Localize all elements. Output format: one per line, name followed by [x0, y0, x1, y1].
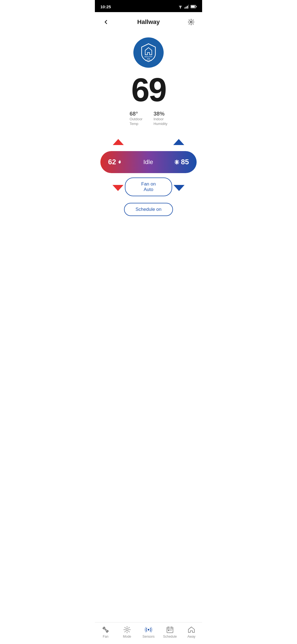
heat-up-arrow-icon	[113, 139, 124, 145]
signal-icon	[185, 5, 189, 9]
heat-setpoint-value: 62	[108, 158, 116, 166]
svg-point-8	[190, 21, 192, 23]
svg-point-0	[180, 8, 181, 9]
cool-setpoint-value: 85	[181, 158, 189, 166]
cool-down-button[interactable]	[172, 181, 186, 195]
main-content: HEALTHY AIR SYSTEM 69 68° OutdoorTemp 38…	[95, 32, 202, 249]
outdoor-temp-stat: 68° OutdoorTemp	[130, 111, 142, 126]
settings-icon	[188, 18, 195, 26]
air-system-shield: HEALTHY AIR SYSTEM	[138, 42, 160, 64]
svg-rect-2	[186, 7, 187, 9]
svg-rect-4	[188, 5, 189, 9]
heat-down-arrow-icon	[112, 185, 123, 191]
air-system-logo: HEALTHY AIR SYSTEM	[133, 37, 164, 68]
cool-down-arrow-icon	[174, 185, 185, 191]
schedule-button[interactable]: Schedule on	[124, 203, 173, 216]
indoor-humidity-value: 38%	[153, 111, 164, 117]
status-icons	[178, 5, 197, 9]
indoor-humidity-label: IndoorHumidity	[153, 117, 167, 126]
outdoor-temp-value: 68°	[130, 111, 138, 117]
flame-icon	[117, 159, 122, 165]
settings-button[interactable]	[186, 17, 197, 28]
fan-auto-button[interactable]: Fan on Auto	[125, 178, 172, 196]
outdoor-temp-label: OutdoorTemp	[130, 117, 142, 126]
indoor-humidity-stat: 38% IndoorHumidity	[153, 111, 167, 126]
svg-rect-1	[185, 7, 185, 9]
svg-text:SYSTEM: SYSTEM	[145, 59, 152, 61]
page-title: Hallway	[137, 18, 160, 26]
svg-rect-6	[191, 6, 195, 8]
thermostat-status: Idle	[143, 159, 153, 166]
snowflake-icon	[174, 160, 179, 165]
thermostat-bar: 62 Idle 85	[100, 151, 197, 173]
heat-down-button[interactable]	[111, 181, 125, 195]
svg-text:HEALTHY: HEALTHY	[144, 56, 152, 58]
back-button[interactable]	[100, 17, 111, 28]
svg-rect-3	[187, 6, 188, 9]
down-arrows-row: Fan on Auto	[100, 173, 197, 203]
heat-up-button[interactable]	[111, 135, 125, 149]
controls-section: 62 Idle 85	[100, 133, 197, 222]
heat-setpoint: 62	[108, 158, 122, 166]
status-time: 10:25	[100, 4, 111, 9]
up-arrows-row	[100, 133, 197, 151]
back-icon	[103, 19, 109, 25]
cool-up-button[interactable]	[172, 135, 186, 149]
current-temperature: 69	[131, 73, 166, 106]
svg-rect-7	[196, 6, 197, 7]
stats-row: 68° OutdoorTemp 38% IndoorHumidity	[130, 111, 167, 126]
cool-setpoint: 85	[174, 158, 189, 166]
cool-up-arrow-icon	[173, 139, 184, 145]
status-bar: 10:25	[95, 0, 202, 12]
header: Hallway	[95, 12, 202, 32]
wifi-icon	[178, 5, 183, 9]
battery-icon	[191, 5, 197, 8]
